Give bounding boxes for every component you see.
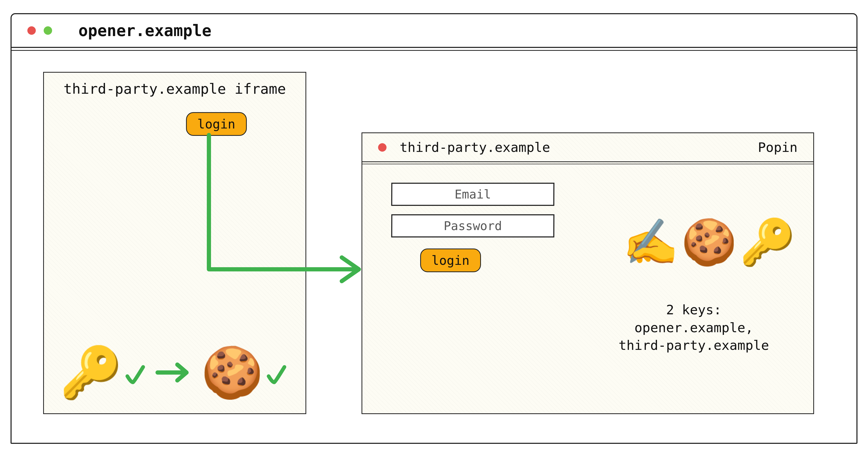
cookie-icon: 🍪 [201,347,264,397]
keys-heading: 2 keys: [594,301,794,319]
third-party-iframe: third-party.example iframe login 🔑 🍪 [43,72,306,414]
iframe-title: third-party.example iframe [44,81,306,97]
iframe-login-button[interactable]: login [186,112,247,136]
check-icon [266,350,287,395]
popin-address-title: third-party.example [400,140,550,155]
cookie-icon: 🍪 [681,219,737,264]
popin-login-button[interactable]: login [420,248,481,272]
check-icon [125,350,146,395]
email-field[interactable]: Email [391,183,554,206]
key-icon: 🔑 [740,219,795,264]
browser-address-title: opener.example [79,21,212,40]
opener-browser-window: opener.example third-party.example ifram… [10,13,858,444]
popin-window: third-party.example Popin Email Password… [362,132,814,414]
maximize-traffic-light[interactable] [44,26,52,35]
iframe-status-row: 🔑 🍪 [60,347,287,397]
popin-close-traffic-light[interactable] [378,143,386,152]
password-field[interactable]: Password [391,214,554,238]
key-icon: 🔑 [60,347,122,397]
partition-keys-text: 2 keys: opener.example, third-party.exam… [594,301,794,355]
browser-titlebar: opener.example [11,14,857,48]
popin-action-icons: ✍️ 🍪 🔑 [623,219,795,264]
popin-body: Email Password login ✍️ 🍪 🔑 2 keys: open… [362,164,813,413]
close-traffic-light[interactable] [27,26,36,35]
keys-line-1: opener.example, [594,319,794,337]
browser-content-area: third-party.example iframe login 🔑 🍪 [11,51,857,443]
keys-line-2: third-party.example [594,337,794,355]
popin-type-label: Popin [758,140,798,155]
write-icon: ✍️ [623,219,679,264]
popin-titlebar: third-party.example Popin [362,133,813,162]
arrow-icon [155,357,192,388]
